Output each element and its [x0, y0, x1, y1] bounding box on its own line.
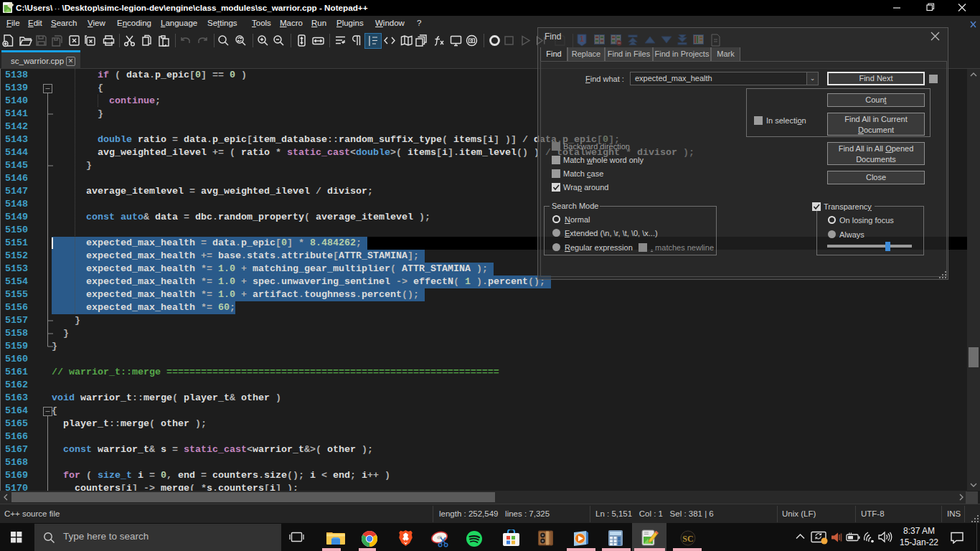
svg-text:SC: SC [682, 534, 693, 544]
